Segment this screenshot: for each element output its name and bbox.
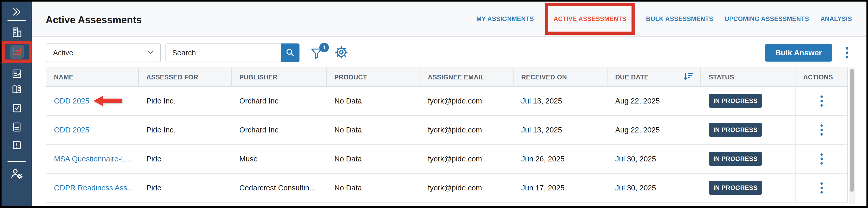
- screenshot-border-bottom: [0, 206, 868, 208]
- bulk-answer-button[interactable]: Bulk Answer: [765, 44, 832, 61]
- assessment-name-link[interactable]: ODD 2025: [54, 126, 89, 134]
- cell-status: IN PROGRESS: [701, 115, 796, 144]
- table-row: ODD 2025 Pide Inc. Orchard Inc No Data f…: [46, 115, 847, 145]
- cell-assignee-email: fyork@pide.com: [420, 87, 514, 115]
- sort-descending-icon[interactable]: [683, 72, 694, 82]
- status-badge: IN PROGRESS: [709, 123, 762, 137]
- tab-analysis[interactable]: ANALYSIS: [820, 15, 852, 23]
- cell-received-on: Jul 13, 2025: [514, 87, 608, 115]
- tab-bulk-assessments[interactable]: BULK ASSESSMENTS: [646, 15, 713, 23]
- cell-due-date: Aug 22, 2025: [608, 115, 701, 144]
- assessment-list-icon: [11, 46, 22, 57]
- screenshot-border-right: [866, 0, 868, 208]
- cell-product: No Data: [327, 145, 420, 173]
- search-button[interactable]: [281, 44, 300, 62]
- gear-icon: [335, 46, 348, 60]
- assessment-name-link[interactable]: MSA Questionnaire-L...: [54, 155, 131, 163]
- top-nav-tabs: MY ASSIGNMENTS ACTIVE ASSESSMENTS BULK A…: [476, 2, 852, 36]
- cell-assignee-email: fyork@pide.com: [420, 174, 514, 202]
- status-filter-select[interactable]: Active: [46, 44, 161, 62]
- column-header-status[interactable]: STATUS: [701, 68, 796, 86]
- table-row: GDPR Readiness Ass... Pide Cedarcrest Co…: [46, 174, 847, 203]
- row-actions-menu[interactable]: [819, 123, 825, 137]
- filter-button[interactable]: 1: [310, 44, 325, 62]
- table-scrollbar-track[interactable]: [849, 68, 855, 204]
- column-header-name[interactable]: NAME: [46, 68, 138, 86]
- sidebar-item-issues[interactable]: [2, 140, 32, 152]
- table-settings-button[interactable]: [335, 46, 348, 60]
- box-alert-icon: [11, 139, 23, 152]
- cell-assignee-email: fyork@pide.com: [420, 145, 514, 173]
- sidebar-item-documents[interactable]: [2, 122, 32, 133]
- tab-my-assignments[interactable]: MY ASSIGNMENTS: [476, 15, 534, 23]
- cell-due-date: Jul 30, 2025: [608, 145, 701, 173]
- row-actions-menu[interactable]: [819, 181, 825, 195]
- search-box: [165, 44, 300, 62]
- chevron-down-icon: [148, 50, 154, 55]
- annotation-box-active-assessments-tab: ACTIVE ASSESSMENTS: [545, 3, 634, 35]
- column-header-publisher[interactable]: PUBLISHER: [231, 68, 327, 86]
- building-icon: [10, 26, 23, 40]
- column-header-assignee-email[interactable]: ASSIGNEE EMAIL: [420, 68, 514, 86]
- sidebar-expand-button[interactable]: [2, 7, 32, 18]
- cell-publisher: Orchard Inc: [231, 87, 327, 115]
- cell-assessed-for: Pide Inc.: [138, 115, 231, 144]
- cell-actions: [796, 145, 847, 173]
- cell-actions: [796, 115, 847, 144]
- status-filter-value: Active: [53, 49, 73, 57]
- tab-active-assessments[interactable]: ACTIVE ASSESSMENTS: [554, 15, 626, 23]
- cell-actions: [796, 174, 847, 202]
- assessment-name-link[interactable]: GDPR Readiness Ass...: [54, 184, 133, 192]
- column-header-received-on[interactable]: RECEIVED ON: [514, 68, 608, 86]
- cell-assignee-email: fyork@pide.com: [420, 115, 514, 144]
- cell-status: IN PROGRESS: [701, 174, 796, 202]
- cell-due-date: Jul 30, 2025: [608, 174, 701, 202]
- table-header-row: NAME ASSESSED FOR PUBLISHER PRODUCT ASSI…: [46, 68, 847, 87]
- sidebar-item-completed[interactable]: [2, 103, 32, 114]
- page-header: Active Assessments MY ASSIGNMENTS ACTIVE…: [32, 2, 866, 37]
- cell-status: IN PROGRESS: [701, 145, 796, 173]
- tab-upcoming-assessments[interactable]: UPCOMING ASSESSMENTS: [724, 15, 809, 23]
- cell-actions: [796, 87, 847, 115]
- annotation-arrow-left: [93, 96, 122, 106]
- row-actions-menu[interactable]: [819, 94, 825, 108]
- sidebar-item-user-admin[interactable]: [2, 167, 32, 181]
- kebab-menu-icon: [820, 125, 823, 127]
- cell-product: No Data: [327, 115, 420, 144]
- cell-assessed-for: Pide: [138, 145, 231, 173]
- assessment-name-link[interactable]: ODD 2025: [54, 97, 89, 105]
- column-header-actions: ACTIONS: [796, 68, 847, 86]
- search-input[interactable]: [165, 44, 281, 62]
- toolbar: Active: [46, 44, 852, 62]
- row-actions-menu[interactable]: [819, 152, 825, 166]
- double-chevron-right-icon: [11, 6, 22, 18]
- cell-name: ODD 2025: [46, 87, 138, 115]
- sidebar-item-library[interactable]: [2, 84, 32, 96]
- sidebar-divider: [7, 20, 26, 21]
- sidebar: [2, 2, 32, 206]
- column-header-assessed-for[interactable]: ASSESSED FOR: [138, 68, 231, 86]
- checklist-icon: [11, 68, 23, 80]
- status-badge: IN PROGRESS: [709, 94, 762, 108]
- kebab-menu-icon: [820, 153, 823, 156]
- document-icon: [11, 121, 23, 134]
- sidebar-item-companies[interactable]: [2, 27, 32, 39]
- sidebar-divider: [7, 161, 26, 162]
- table-scrollbar-thumb[interactable]: [850, 69, 854, 192]
- cell-name: GDPR Readiness Ass...: [46, 174, 138, 202]
- table-row: ODD 2025 Pide Inc. Orchard Inc No Data f…: [46, 87, 847, 115]
- column-header-product[interactable]: PRODUCT: [327, 68, 420, 86]
- book-icon: [11, 83, 23, 96]
- sidebar-item-assessments-active[interactable]: [9, 45, 24, 59]
- cell-product: No Data: [327, 174, 420, 202]
- column-header-due-date[interactable]: DUE DATE: [608, 68, 701, 86]
- document-check-icon: [11, 102, 23, 115]
- sidebar-item-checklist[interactable]: [2, 68, 32, 80]
- app-screenshot: Active Assessments MY ASSIGNMENTS ACTIVE…: [0, 0, 868, 208]
- toolbar-kebab-menu[interactable]: [844, 46, 850, 60]
- kebab-menu-icon: [820, 96, 823, 98]
- kebab-menu-icon: [820, 182, 823, 185]
- cell-received-on: Jun 26, 2025: [514, 145, 608, 173]
- cell-publisher: Muse: [231, 145, 327, 173]
- search-icon: [285, 47, 296, 58]
